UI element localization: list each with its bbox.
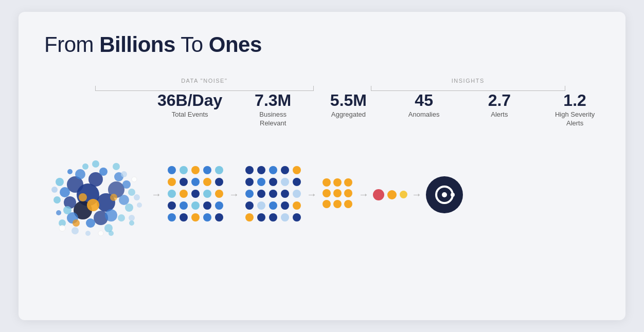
svg-point-34 — [59, 225, 65, 231]
svg-point-94 — [281, 213, 289, 222]
svg-point-50 — [215, 166, 223, 174]
svg-point-89 — [281, 201, 289, 210]
arrow-5: → — [412, 189, 422, 200]
stat-high-severity: 1.2 High Severity Alerts — [550, 92, 600, 128]
svg-point-14 — [99, 168, 108, 176]
alert-dot-orange — [387, 190, 397, 199]
svg-point-68 — [191, 213, 200, 222]
svg-point-26 — [113, 163, 120, 170]
svg-point-44 — [109, 231, 114, 236]
cloud-svg — [44, 143, 147, 246]
svg-point-86 — [245, 201, 254, 210]
stat-business-relevant: 7.3M Business Relevant — [248, 92, 298, 128]
stat-alerts: 2.7 Alerts — [475, 92, 525, 119]
svg-point-35 — [98, 231, 103, 236]
svg-point-77 — [257, 178, 265, 186]
main-title: From Billions To Ones — [44, 32, 600, 57]
svg-point-81 — [245, 190, 254, 198]
svg-point-51 — [168, 178, 176, 186]
arrow-2: → — [229, 189, 239, 200]
insights-label: INSIGHTS — [452, 78, 485, 84]
svg-point-72 — [257, 166, 265, 174]
dot-cloud — [44, 143, 147, 246]
arrow-1: → — [151, 189, 162, 200]
svg-point-71 — [245, 166, 254, 174]
svg-point-69 — [203, 213, 211, 222]
svg-point-82 — [257, 190, 265, 198]
svg-point-16 — [122, 180, 131, 189]
svg-point-27 — [128, 189, 135, 196]
svg-point-48 — [191, 166, 200, 174]
svg-point-102 — [323, 200, 331, 208]
stat-value-anomalies: 45 — [415, 92, 433, 108]
svg-point-106 — [442, 192, 447, 197]
stat-value-biz: 7.3M — [255, 92, 291, 108]
svg-point-58 — [191, 190, 200, 198]
svg-point-61 — [168, 201, 176, 210]
stat-anomalies: 45 Anomalies — [399, 92, 449, 119]
svg-point-24 — [92, 160, 99, 168]
svg-point-59 — [203, 190, 211, 198]
svg-point-80 — [293, 178, 301, 186]
svg-point-57 — [180, 190, 188, 198]
stat-value-agg: 5.5M — [330, 92, 367, 108]
svg-point-79 — [281, 178, 289, 186]
stat-aggregated: 5.5M Aggregated — [324, 92, 373, 119]
svg-point-88 — [269, 201, 277, 210]
noise-label: DATA "NOISE" — [181, 78, 227, 84]
svg-point-90 — [293, 201, 301, 210]
svg-point-53 — [191, 178, 200, 186]
svg-point-83 — [269, 190, 277, 198]
svg-point-52 — [180, 178, 188, 186]
anomalies-dots — [321, 177, 354, 212]
svg-point-13 — [75, 169, 85, 179]
visuals-row: → — [44, 143, 600, 246]
stats-row: 36B/Day Total Events 7.3M Business Relev… — [44, 92, 600, 128]
svg-point-92 — [257, 213, 265, 222]
svg-point-76 — [245, 178, 254, 186]
svg-point-55 — [215, 178, 223, 186]
svg-point-56 — [168, 190, 176, 198]
sections-wrapper: DATA "NOISE" INSIGHTS — [44, 78, 600, 246]
svg-point-31 — [71, 227, 79, 234]
svg-point-21 — [125, 204, 133, 212]
svg-point-36 — [87, 199, 99, 211]
svg-point-67 — [180, 213, 188, 222]
stat-label-total: Total Events — [172, 110, 208, 119]
svg-point-49 — [203, 166, 211, 174]
svg-point-70 — [215, 213, 223, 222]
svg-point-38 — [73, 219, 80, 227]
stat-label-alerts: Alerts — [491, 110, 508, 119]
stat-label-biz: Business Relevant — [248, 110, 298, 128]
alert-dot-red — [373, 189, 384, 200]
stat-label-anomalies: Anomalies — [408, 110, 440, 119]
svg-point-42 — [56, 210, 61, 215]
stat-total-events: 36B/Day Total Events — [157, 92, 222, 119]
svg-point-96 — [323, 178, 331, 187]
svg-point-101 — [344, 189, 352, 197]
arrow-4: → — [359, 189, 369, 200]
svg-point-41 — [129, 220, 134, 226]
logo-icon — [426, 176, 463, 213]
svg-point-75 — [293, 166, 301, 174]
svg-point-99 — [323, 189, 331, 197]
svg-point-8 — [60, 187, 70, 197]
svg-point-60 — [215, 190, 223, 198]
stat-label-high: High Severity Alerts — [555, 110, 595, 128]
svg-point-66 — [168, 213, 176, 222]
svg-point-11 — [119, 195, 129, 205]
svg-point-54 — [203, 178, 211, 186]
svg-point-74 — [281, 166, 289, 174]
svg-point-64 — [203, 201, 211, 210]
svg-point-17 — [56, 178, 64, 186]
svg-point-45 — [85, 231, 91, 236]
svg-point-78 — [269, 178, 277, 186]
stat-label-agg: Aggregated — [331, 110, 366, 119]
svg-point-28 — [51, 187, 58, 193]
svg-point-39 — [110, 194, 117, 201]
main-card: From Billions To Ones DATA "NOISE" I — [19, 12, 625, 320]
svg-point-107 — [451, 193, 455, 197]
svg-point-63 — [191, 201, 200, 210]
grid-business-relevant — [166, 164, 225, 225]
svg-point-19 — [63, 206, 71, 214]
